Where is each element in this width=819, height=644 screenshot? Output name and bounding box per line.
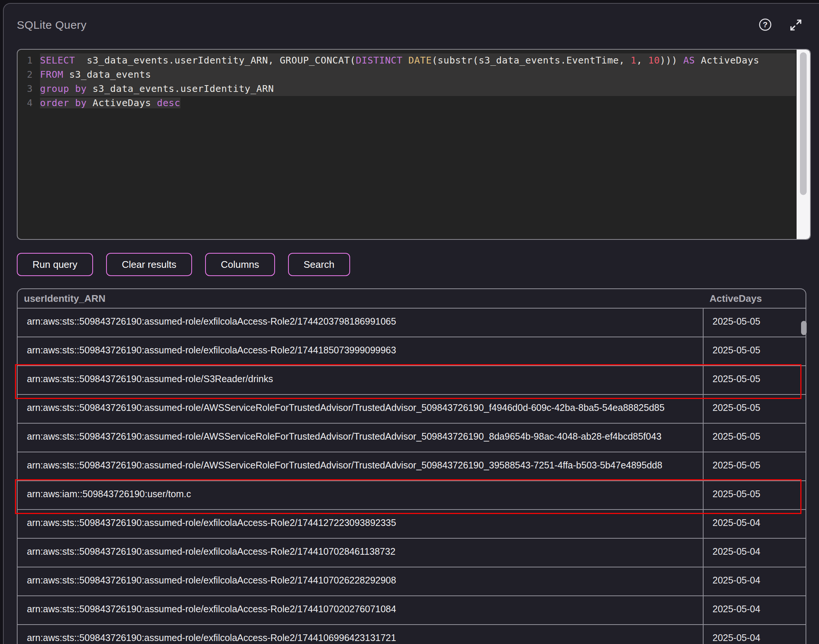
arn-cell: arn:aws:sts::509843726190:assumed-role/A… (18, 423, 703, 452)
question-circle-icon: ? (758, 18, 772, 32)
code-line-text: order by ActiveDays desc (40, 98, 181, 108)
line-number: 3 (18, 82, 36, 96)
search-button[interactable]: Search (288, 253, 350, 276)
activedays-cell: 2025-05-04 (703, 567, 805, 595)
code-token: s3_data_events.userIdentity_ARN, GROUP_C… (75, 55, 356, 66)
activedays-cell: 2025-05-05 (703, 308, 805, 337)
code-token: order by (40, 98, 87, 108)
arn-cell: arn:aws:sts::509843726190:assumed-role/e… (18, 625, 703, 644)
code-line-text: SELECT s3_data_events.userIdentity_ARN, … (40, 55, 759, 66)
editor-scrollbar[interactable] (797, 50, 810, 239)
table-row[interactable]: arn:aws:sts::509843726190:assumed-role/e… (18, 625, 805, 644)
code-line: order by ActiveDays desc (40, 96, 796, 110)
arn-cell: arn:aws:sts::509843726190:assumed-role/e… (18, 567, 703, 595)
toolbar: Run queryClear resultsColumnsSearch (17, 253, 350, 276)
arn-cell: arn:aws:sts::509843726190:assumed-role/e… (18, 308, 703, 337)
arn-cell: arn:aws:sts::509843726190:assumed-role/e… (18, 596, 703, 624)
activedays-cell: 2025-05-05 (703, 366, 805, 394)
activedays-cell: 2025-05-04 (703, 539, 805, 567)
table-row[interactable]: arn:aws:iam::509843726190:user/tom.c2025… (18, 481, 805, 510)
line-number: 2 (18, 67, 36, 82)
code-line: FROM s3_data_events (40, 67, 796, 82)
sql-editor[interactable]: 1234 SELECT s3_data_events.userIdentity_… (17, 49, 811, 240)
arn-cell: arn:aws:sts::509843726190:assumed-role/e… (18, 337, 703, 365)
svg-text:?: ? (763, 20, 768, 29)
column-header-activedays: ActiveDays (703, 289, 805, 308)
arn-cell: arn:aws:iam::509843726190:user/tom.c (18, 481, 703, 509)
editor-scrollbar-thumb[interactable] (800, 52, 807, 195)
help-button[interactable]: ? (758, 18, 772, 32)
code-token: 1 (631, 55, 636, 66)
columns-button[interactable]: Columns (205, 253, 275, 276)
activedays-cell: 2025-05-04 (703, 596, 805, 624)
code-token: DATE (408, 55, 432, 66)
code-token: group by (40, 83, 87, 94)
activedays-cell: 2025-05-05 (703, 452, 805, 480)
results-table-body: arn:aws:sts::509843726190:assumed-role/e… (18, 308, 805, 644)
table-row[interactable]: arn:aws:sts::509843726190:assumed-role/S… (18, 366, 805, 395)
arn-cell: arn:aws:sts::509843726190:assumed-role/A… (18, 395, 703, 423)
code-token: SELECT (40, 55, 75, 66)
code-line-text: group by s3_data_events.userIdentity_ARN (40, 83, 274, 94)
activedays-cell: 2025-05-05 (703, 395, 805, 423)
table-row[interactable]: arn:aws:sts::509843726190:assumed-role/e… (18, 567, 805, 596)
results-table: userIdentity_ARN ActiveDays arn:aws:sts:… (17, 288, 806, 644)
line-number: 4 (18, 96, 36, 110)
table-row[interactable]: arn:aws:sts::509843726190:assumed-role/e… (18, 539, 805, 567)
activedays-cell: 2025-05-05 (703, 423, 805, 452)
code-token: FROM (40, 69, 63, 80)
arn-cell: arn:aws:sts::509843726190:assumed-role/S… (18, 366, 703, 394)
sqlite-query-panel: SQLite Query ? 1234 SELECT s3_data_event… (3, 3, 819, 644)
table-row[interactable]: arn:aws:sts::509843726190:assumed-role/A… (18, 395, 805, 423)
table-row[interactable]: arn:aws:sts::509843726190:assumed-role/e… (18, 596, 805, 625)
code-token: s3_data_events (63, 69, 151, 80)
column-header-useridentity-arn: userIdentity_ARN (18, 289, 703, 308)
run-query-button[interactable]: Run query (17, 253, 93, 276)
code-token: ActiveDays (695, 55, 759, 66)
editor-gutter: 1234 (18, 54, 36, 110)
arn-cell: arn:aws:sts::509843726190:assumed-role/A… (18, 452, 703, 480)
arn-cell: arn:aws:sts::509843726190:assumed-role/e… (18, 539, 703, 567)
code-token: DISTINCT (356, 55, 402, 66)
code-line-text: FROM s3_data_events (40, 69, 151, 80)
expand-button[interactable] (789, 18, 803, 32)
page: { "panel": { "title": "SQLite Query" }, … (0, 0, 819, 644)
table-row[interactable]: arn:aws:sts::509843726190:assumed-role/A… (18, 423, 805, 452)
code-token: AS (683, 55, 695, 66)
table-row[interactable]: arn:aws:sts::509843726190:assumed-role/A… (18, 452, 805, 481)
line-number: 1 (18, 54, 36, 67)
code-token (402, 55, 408, 66)
code-token: ActiveDays (87, 98, 157, 108)
code-token: s3_data_events.userIdentity_ARN (87, 83, 274, 94)
activedays-cell: 2025-05-05 (703, 337, 805, 365)
arn-cell: arn:aws:sts::509843726190:assumed-role/e… (18, 510, 703, 538)
activedays-cell: 2025-05-05 (703, 481, 805, 509)
editor-code[interactable]: SELECT s3_data_events.userIdentity_ARN, … (40, 54, 796, 110)
clear-results-button[interactable]: Clear results (106, 253, 192, 276)
table-row[interactable]: arn:aws:sts::509843726190:assumed-role/e… (18, 308, 805, 337)
code-token: (substr(s3_data_events.EventTime, (432, 55, 631, 66)
code-token: desc (157, 98, 181, 108)
page-title: SQLite Query (17, 19, 87, 31)
table-row[interactable]: arn:aws:sts::509843726190:assumed-role/e… (18, 337, 805, 366)
activedays-cell: 2025-05-04 (703, 510, 805, 538)
expand-arrows-icon (789, 18, 803, 32)
table-row[interactable]: arn:aws:sts::509843726190:assumed-role/e… (18, 510, 805, 539)
table-scrollbar-thumb[interactable] (801, 321, 807, 335)
code-token: , (636, 55, 648, 66)
results-table-header: userIdentity_ARN ActiveDays (18, 289, 805, 308)
code-token: ))) (660, 55, 683, 66)
activedays-cell: 2025-05-04 (703, 625, 805, 644)
code-line: SELECT s3_data_events.userIdentity_ARN, … (40, 54, 796, 67)
code-line: group by s3_data_events.userIdentity_ARN (40, 82, 796, 96)
code-token: 10 (648, 55, 660, 66)
